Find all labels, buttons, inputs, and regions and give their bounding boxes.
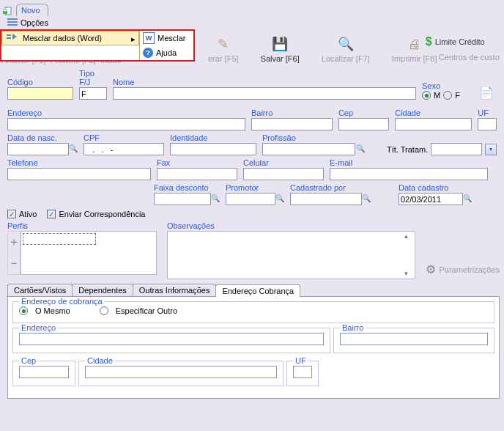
label-identidade: Identidade (170, 133, 256, 142)
input-cadastrado-por[interactable] (290, 193, 362, 205)
tab-panel-cobranca: Endereço de cobrança O Mesmo Especificar… (7, 297, 500, 399)
label-enviar: Enviar Correspondência (59, 210, 145, 218)
input-cob-bairro[interactable] (340, 333, 488, 345)
tab-endereco-cobranca[interactable]: Endereço Cobrança (215, 284, 300, 297)
radio-sexo-m[interactable] (422, 91, 431, 100)
tb-salvar[interactable]: 💾 Salvar [F6] (261, 35, 300, 63)
tab-dependentes[interactable]: Dependentes (72, 284, 133, 296)
dd-sub-ajuda[interactable]: ? Ajuda (140, 45, 193, 60)
label-ativo: Ativo (19, 210, 37, 218)
input-cpf[interactable] (84, 143, 164, 155)
input-nome[interactable] (113, 87, 416, 100)
options-icon (7, 18, 18, 27)
input-cob-uf[interactable] (293, 366, 312, 378)
lookup-data-cadastro[interactable] (463, 193, 472, 203)
input-cob-endereco[interactable] (19, 333, 324, 345)
input-tipofj[interactable] (79, 87, 107, 100)
merge-icon (7, 32, 18, 44)
dd-sub-ajuda-label: Ajuda (156, 48, 177, 57)
label-cadastrado-por: Cadastrado por (290, 183, 371, 192)
label-tipofj: Tipo F/J (79, 69, 107, 86)
dd-mesclar-dados[interactable]: Mesclar dados (Word) ▸ (1, 31, 139, 45)
tab-cartoes[interactable]: Cartões/Vistos (7, 284, 73, 296)
label-data-nasc: Data de nasc. (7, 133, 78, 142)
help-icon: ? (143, 48, 153, 58)
radio-omesmo[interactable] (19, 306, 28, 315)
tb-erar-label: erar [F5] (208, 54, 239, 63)
tb-salvar-label: Salvar [F6] (261, 54, 300, 63)
input-promotor[interactable] (226, 193, 275, 205)
lookup-data-nasc[interactable] (69, 143, 78, 153)
input-data-nasc[interactable] (7, 143, 69, 155)
radio-especificar[interactable] (100, 306, 108, 315)
tb-localizar[interactable]: 🔍 Localizar [F7] (322, 35, 370, 63)
legend-cep2: Cep (19, 356, 38, 365)
input-telefone[interactable] (7, 168, 151, 180)
input-tit-tratam[interactable] (431, 143, 482, 155)
input-codigo[interactable] (7, 87, 73, 100)
tab-outras[interactable]: Outras Informações (133, 284, 217, 296)
label-especificar: Especificar Outro (116, 306, 177, 315)
dd-sub-mesclar[interactable]: W Mesclar (140, 31, 193, 45)
pencil-icon: ✎ (215, 35, 232, 53)
label-celular: Celular (243, 158, 324, 167)
input-profissao[interactable] (262, 143, 355, 155)
label-cpf: CPF (84, 133, 164, 142)
centros-custo[interactable]: Centros de custo (426, 53, 500, 62)
chevron-right-icon: ▸ (131, 34, 136, 44)
label-telefone: Telefone (7, 158, 151, 167)
listbox-perfis[interactable] (21, 231, 157, 275)
copy-icon[interactable]: 📄 (479, 86, 494, 99)
limite-credito[interactable]: $ Limite Crédito (426, 35, 485, 48)
svg-text:+: + (3, 6, 7, 15)
perfil-item-empty[interactable] (23, 233, 96, 245)
label-bairro: Bairro (251, 108, 333, 117)
lookup-promotor[interactable] (275, 193, 284, 203)
lookup-profissao[interactable] (355, 143, 365, 153)
label-data-cadastro: Data cadastro (399, 183, 472, 192)
parametrizacoes[interactable]: ⚙ Parametrizações (426, 262, 500, 276)
input-email[interactable] (330, 168, 488, 180)
input-data-cadastro[interactable] (399, 193, 463, 205)
input-fax[interactable] (157, 168, 237, 180)
perfil-add-icon[interactable]: ＋ (8, 235, 20, 250)
printer-icon: 🖨 (406, 35, 423, 53)
label-tit-tratam: Tít. Tratam. (387, 145, 428, 154)
limite-label: Limite Crédito (435, 37, 485, 46)
svg-rect-3 (7, 34, 11, 36)
label-promotor: Promotor (226, 183, 284, 192)
legend-bairro2: Bairro (340, 323, 366, 332)
label-omesmo: O Mesmo (35, 306, 70, 315)
perfil-remove-icon[interactable]: － (8, 256, 20, 271)
menu-opcoes[interactable]: Opções (3, 18, 53, 28)
label-faixa: Faixa desconto (154, 183, 220, 192)
tb-erar[interactable]: ✎ erar [F5] (208, 35, 239, 63)
chevron-down-icon[interactable]: ▾ (485, 144, 497, 155)
input-cep[interactable] (338, 118, 389, 130)
menu-opcoes-label: Opções (21, 18, 48, 27)
input-faixa[interactable] (154, 193, 211, 205)
input-cidade[interactable] (395, 118, 472, 130)
input-bairro[interactable] (251, 118, 333, 130)
label-cep: Cep (338, 108, 389, 117)
checkbox-ativo[interactable]: ✓ (7, 210, 16, 218)
input-endereco[interactable] (7, 118, 245, 130)
input-uf[interactable] (478, 118, 497, 130)
scroll-up-icon[interactable]: ▲ (403, 233, 413, 240)
textarea-obs[interactable]: ▲▼ (167, 231, 415, 279)
lookup-faixa[interactable] (211, 193, 220, 203)
scroll-down-icon[interactable]: ▼ (403, 270, 413, 277)
radio-sexo-f[interactable] (443, 91, 452, 100)
lookup-cadastrado-por[interactable] (362, 193, 371, 203)
word-icon: W (143, 32, 155, 44)
label-sexo: Sexo (422, 81, 473, 90)
input-identidade[interactable] (170, 143, 256, 155)
legend-uf2: UF (293, 356, 308, 365)
input-celular[interactable] (243, 168, 324, 180)
save-icon: 💾 (271, 35, 289, 53)
tab-novo[interactable]: Novo (16, 4, 48, 16)
label-obs: Observações (167, 221, 415, 230)
checkbox-enviar[interactable]: ✓ (47, 210, 56, 218)
input-cob-cidade[interactable] (85, 366, 277, 378)
input-cob-cep[interactable] (19, 366, 69, 378)
